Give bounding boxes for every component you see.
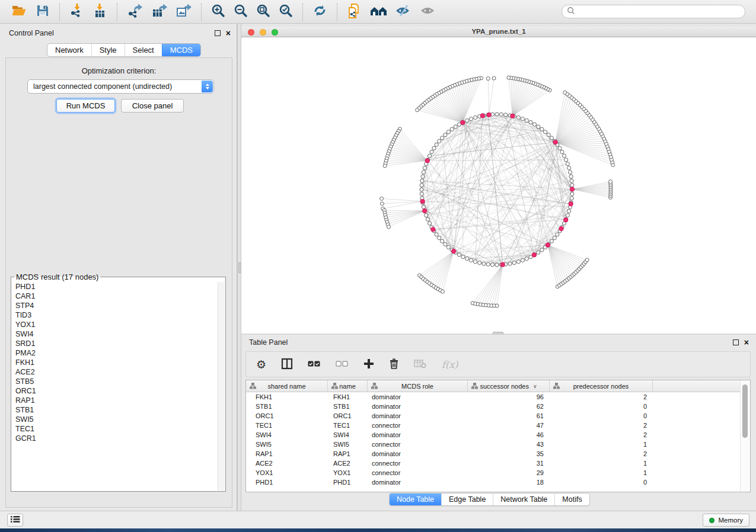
graph-node[interactable]	[508, 262, 512, 265]
table-row[interactable]: YOX1YOX1connector291	[246, 468, 750, 477]
mcds-result-item[interactable]: YOX1	[15, 320, 218, 329]
graph-hub-node[interactable]	[563, 218, 567, 222]
select-all-columns-button[interactable]	[308, 360, 321, 369]
delete-column-button[interactable]	[389, 358, 399, 371]
graph-node[interactable]	[544, 130, 547, 134]
graph-hub-node[interactable]	[420, 199, 425, 203]
maximize-traffic-light[interactable]	[272, 29, 278, 36]
graph-node[interactable]	[438, 139, 441, 143]
tab-mcds[interactable]: MCDS	[162, 44, 200, 56]
graph-node[interactable]	[532, 123, 536, 126]
graph-hub-node[interactable]	[500, 262, 505, 267]
graph-node[interactable]	[560, 150, 564, 153]
graph-node[interactable]	[383, 164, 387, 168]
graph-hub-node[interactable]	[425, 158, 429, 162]
mcds-result-item[interactable]: GCR1	[15, 434, 218, 443]
graph-node[interactable]	[441, 290, 444, 293]
show-columns-button[interactable]	[281, 358, 293, 371]
table-row[interactable]: ORC1ORC1dominator610	[246, 411, 750, 421]
tab-edge-table[interactable]: Edge Table	[441, 493, 493, 505]
zoom-selected-button[interactable]	[275, 3, 297, 20]
graph-node[interactable]	[570, 192, 574, 196]
table-settings-button[interactable]: ⚙	[256, 359, 266, 370]
mcds-result-item[interactable]: PMA2	[15, 348, 218, 358]
import-network-button[interactable]	[65, 2, 88, 21]
search-input[interactable]	[575, 7, 740, 17]
graph-node[interactable]	[499, 113, 503, 116]
column-header-predecessor-nodes[interactable]: predecessor nodes	[550, 380, 653, 392]
hide-selected-button[interactable]	[391, 3, 416, 20]
graph-node[interactable]	[567, 166, 571, 169]
graph-node[interactable]	[569, 175, 573, 178]
graph-hub-node[interactable]	[553, 140, 557, 144]
graph-node[interactable]	[473, 116, 477, 119]
graph-node[interactable]	[486, 262, 490, 266]
close-panel-icon[interactable]: ×	[744, 339, 749, 345]
graph-hub-node[interactable]	[570, 187, 574, 191]
graph-node[interactable]	[504, 113, 508, 117]
network-overview-button[interactable]	[366, 3, 391, 20]
mcds-result-item[interactable]: STB1	[15, 405, 218, 415]
graph-node[interactable]	[450, 127, 454, 131]
graph-node[interactable]	[380, 197, 384, 200]
close-traffic-light[interactable]	[248, 29, 254, 36]
graph-hub-node[interactable]	[422, 209, 426, 213]
search-field[interactable]	[562, 5, 745, 18]
mcds-result-item[interactable]: FKH1	[15, 358, 218, 367]
graph-node[interactable]	[570, 197, 573, 200]
graph-node[interactable]	[568, 171, 572, 174]
table-scrollbar[interactable]	[740, 380, 750, 492]
graph-node[interactable]	[507, 76, 511, 79]
table-row[interactable]: STB1STB1dominator620	[246, 402, 750, 411]
graph-node[interactable]	[461, 255, 465, 258]
tab-network[interactable]: Network	[47, 44, 91, 56]
graph-node[interactable]	[492, 76, 496, 80]
zoom-fit-button[interactable]	[252, 3, 275, 20]
graph-hub-node[interactable]	[431, 227, 435, 232]
graph-node[interactable]	[486, 77, 490, 81]
criterion-select[interactable]: largest connected component (undirected)	[27, 79, 214, 94]
graph-node[interactable]	[469, 258, 473, 262]
tab-style[interactable]: Style	[91, 44, 125, 56]
graph-node[interactable]	[422, 171, 425, 174]
graph-hub-node[interactable]	[451, 249, 455, 253]
graph-node[interactable]	[457, 253, 461, 257]
tab-motifs[interactable]: Motifs	[554, 493, 589, 505]
graph-node[interactable]	[380, 202, 384, 206]
table-row[interactable]: SWI4SWI4dominator462	[246, 430, 750, 440]
graph-node[interactable]	[529, 120, 532, 124]
graph-node[interactable]	[570, 184, 574, 187]
graph-node[interactable]	[585, 258, 589, 262]
graph-node[interactable]	[567, 209, 571, 213]
mcds-result-item[interactable]: TEC1	[15, 424, 218, 434]
graph-node[interactable]	[420, 192, 423, 196]
graph-node[interactable]	[422, 205, 425, 209]
graph-node[interactable]	[446, 245, 450, 249]
table-row[interactable]: FKH1FKH1dominator962	[246, 392, 750, 402]
graph-node[interactable]	[416, 108, 419, 112]
mcds-list-scrollbar[interactable]	[218, 282, 225, 491]
graph-node[interactable]	[495, 263, 499, 267]
vertical-splitter[interactable]	[237, 24, 241, 511]
graph-node[interactable]	[446, 130, 450, 134]
graph-node[interactable]	[512, 261, 516, 264]
float-window-icon[interactable]	[733, 339, 739, 345]
graph-node[interactable]	[521, 117, 524, 121]
graph-node[interactable]	[566, 162, 569, 165]
column-header-mcds-role[interactable]: MCDS role	[368, 380, 468, 392]
graph-node[interactable]	[420, 179, 424, 182]
graph-hub-node[interactable]	[487, 113, 491, 117]
graph-node[interactable]	[435, 233, 438, 236]
graph-node[interactable]	[521, 258, 524, 262]
graph-node[interactable]	[426, 217, 429, 221]
table-row[interactable]: ACE2ACE2connector311	[246, 459, 750, 468]
table-row[interactable]: PHD1PHD1dominator180	[246, 477, 750, 487]
graph-node[interactable]	[423, 166, 426, 169]
mcds-result-item[interactable]: STP4	[15, 301, 218, 310]
open-session-button[interactable]	[7, 3, 31, 20]
graph-node[interactable]	[441, 136, 444, 140]
save-session-button[interactable]	[31, 3, 54, 20]
mcds-result-item[interactable]: RAP1	[15, 396, 218, 405]
mcds-result-item[interactable]: STB5	[15, 377, 218, 386]
minimize-traffic-light[interactable]	[260, 29, 266, 36]
